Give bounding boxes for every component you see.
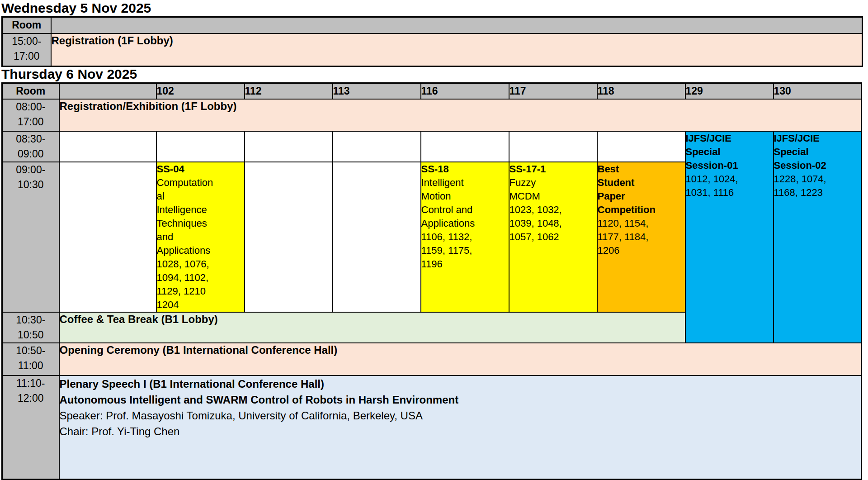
column-header-102: 102 bbox=[156, 83, 245, 99]
event-registration: Registration (1F Lobby) bbox=[51, 33, 863, 67]
plenary-chair: Chair: Prof. Yi-Ting Chen bbox=[60, 423, 861, 439]
thursday-plenary-row: 11:10- 12:00 Plenary Speech I (B1 Intern… bbox=[2, 375, 862, 480]
wednesday-schedule-table: Room 15:00- 17:00 Registration (1F Lobby… bbox=[1, 16, 863, 67]
column-header-117: 117 bbox=[509, 83, 597, 99]
column-header-129: 129 bbox=[685, 83, 774, 99]
session-papers: 1012, 1024, 1031, 1116 bbox=[686, 172, 773, 200]
session-title: SS-18 bbox=[421, 162, 509, 176]
column-header-116: 116 bbox=[421, 83, 509, 99]
empty-slot-cell bbox=[333, 162, 421, 312]
empty-slot-cell bbox=[333, 131, 421, 162]
wednesday-header-spacer bbox=[51, 17, 863, 33]
session-title: SS-04 bbox=[157, 162, 244, 176]
session-title: Best Student Paper Competition bbox=[598, 162, 685, 217]
thursday-registration-row: 08:00- 17:00 Registration/Exhibition (1F… bbox=[2, 99, 862, 131]
column-header-130: 130 bbox=[774, 83, 862, 99]
session-papers: Computation al Intelligence Techniques a… bbox=[157, 176, 244, 312]
wednesday-title: Wednesday 5 Nov 2025 bbox=[1, 1, 868, 15]
session-ss-18: SS-18 Intelligent Motion Control and App… bbox=[421, 162, 509, 312]
thu-time-0900-1030: 09:00- 10:30 bbox=[2, 162, 59, 312]
empty-slot-cell bbox=[509, 131, 597, 162]
empty-slot-cell bbox=[59, 162, 156, 312]
session-papers: Intelligent Motion Control and Applicati… bbox=[421, 176, 509, 271]
session-papers: Fuzzy MCDM 1023, 1032, 1039, 1048, 1057,… bbox=[509, 176, 597, 244]
thursday-header-row: Room 102 112 113 116 117 118 129 130 bbox=[2, 83, 862, 99]
empty-slot-cell bbox=[245, 162, 333, 312]
thursday-title: Thursday 6 Nov 2025 bbox=[1, 67, 868, 81]
plenary-title: Plenary Speech I (B1 International Confe… bbox=[60, 376, 861, 408]
thu-time-0800-1700: 08:00- 17:00 bbox=[2, 99, 59, 131]
wednesday-header-row: Room bbox=[2, 17, 863, 33]
session-title: IJFS/JCIE Special Session-02 bbox=[774, 132, 861, 172]
session-ss-04: SS-04 Computation al Intelligence Techni… bbox=[156, 162, 245, 312]
session-ijfs-jcie-02: IJFS/JCIE Special Session-02 1228, 1074,… bbox=[774, 131, 862, 343]
session-title: SS-17-1 bbox=[509, 162, 597, 176]
event-opening-ceremony: Opening Ceremony (B1 International Confe… bbox=[59, 343, 862, 375]
wednesday-registration-row: 15:00- 17:00 Registration (1F Lobby) bbox=[2, 33, 863, 67]
session-ss-17-1: SS-17-1 Fuzzy MCDM 1023, 1032, 1039, 104… bbox=[509, 162, 597, 312]
thu-time-1110-1200: 11:10- 12:00 bbox=[2, 375, 59, 480]
room-column-header: Room bbox=[2, 83, 59, 99]
room-column-header: Room bbox=[2, 17, 51, 33]
unlabeled-column-header bbox=[59, 83, 156, 99]
thu-time-1050-1100: 10:50- 11:00 bbox=[2, 343, 59, 375]
thursday-schedule-table: Room 102 112 113 116 117 118 129 130 08:… bbox=[1, 82, 862, 480]
session-papers: 1228, 1074, 1168, 1223 bbox=[774, 172, 861, 200]
wed-time-1500-1700: 15:00- 17:00 bbox=[2, 33, 51, 67]
thu-time-1030-1050: 10:30- 10:50 bbox=[2, 312, 59, 343]
thursday-opening-row: 10:50- 11:00 Opening Ceremony (B1 Intern… bbox=[2, 343, 862, 375]
conference-program-page: Wednesday 5 Nov 2025 Room 15:00- 17:00 R… bbox=[0, 0, 868, 480]
empty-slot-cell bbox=[597, 131, 685, 162]
thu-time-0830-0900: 08:30- 09:00 bbox=[2, 131, 59, 162]
thursday-early-row: 08:30- 09:00 IJFS/JCIE Special Session-0… bbox=[2, 131, 862, 162]
session-best-student-paper: Best Student Paper Competition 1120, 115… bbox=[597, 162, 685, 312]
session-title: IJFS/JCIE Special Session-01 bbox=[686, 132, 773, 172]
session-papers: 1120, 1154, 1177, 1184, 1206 bbox=[598, 217, 685, 257]
column-header-118: 118 bbox=[597, 83, 685, 99]
column-header-113: 113 bbox=[333, 83, 421, 99]
event-coffee-tea-break: Coffee & Tea Break (B1 Lobby) bbox=[59, 312, 685, 343]
empty-slot-cell bbox=[421, 131, 509, 162]
plenary-speaker: Speaker: Prof. Masayoshi Tomizuka, Unive… bbox=[60, 408, 861, 423]
column-header-112: 112 bbox=[245, 83, 333, 99]
empty-slot-cell bbox=[245, 131, 333, 162]
plenary-speech-cell: Plenary Speech I (B1 International Confe… bbox=[59, 375, 862, 480]
empty-slot-cell bbox=[59, 131, 156, 162]
session-ijfs-jcie-01: IJFS/JCIE Special Session-01 1012, 1024,… bbox=[685, 131, 774, 343]
event-registration-exhibition: Registration/Exhibition (1F Lobby) bbox=[59, 99, 862, 131]
empty-slot-cell bbox=[156, 131, 245, 162]
